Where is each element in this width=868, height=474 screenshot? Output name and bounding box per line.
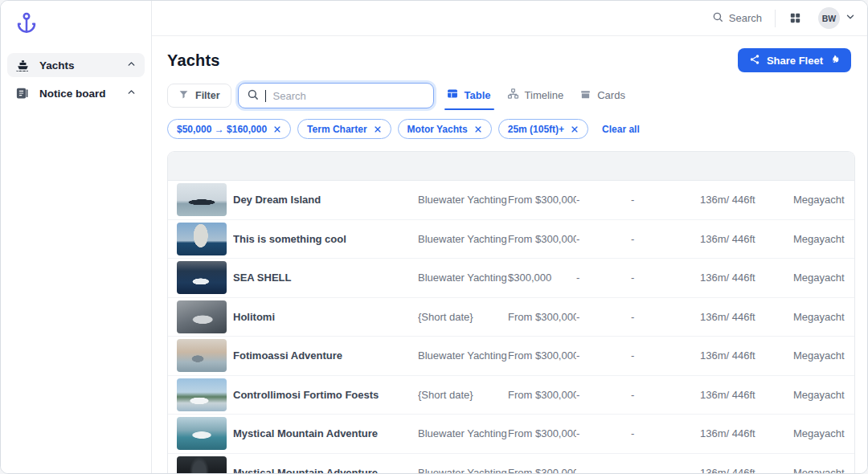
yacht-length: 136m/ 446ft	[698, 389, 793, 401]
funnel-icon	[178, 89, 189, 102]
yacht-charter: -	[576, 389, 631, 401]
timeline-icon	[507, 88, 519, 102]
yacht-charter: -	[576, 272, 631, 284]
yacht-company: Bluewater Yachting	[418, 467, 508, 474]
yacht-length: 136m/ 446ft	[698, 233, 793, 245]
filter-chip-label: Term Charter	[307, 124, 366, 135]
yacht-type: Megayacht	[793, 233, 854, 245]
yacht-extra: -	[631, 194, 698, 206]
table-row[interactable]: This is something coolBluewater Yachting…	[168, 220, 854, 259]
view-tab-table[interactable]: Table	[446, 88, 491, 104]
yacht-type: Megayacht	[793, 349, 854, 362]
filter-chip[interactable]: Term Charter	[297, 119, 391, 139]
chevron-up-icon[interactable]	[126, 86, 137, 100]
yacht-name: SEA SHELL	[233, 272, 418, 284]
yacht-charter: -	[576, 427, 631, 439]
search-placeholder: Search	[273, 90, 306, 102]
yacht-price: From $300,000	[508, 389, 576, 401]
table-row[interactable]: SEA SHELLBluewater Yachting$300,000--136…	[168, 259, 854, 298]
view-tab-label: Table	[465, 89, 491, 101]
yacht-table-body: Dey Dream IslandBluewater YachtingFrom $…	[168, 181, 854, 474]
yacht-charter: -	[576, 467, 631, 474]
topbar-divider	[775, 10, 776, 27]
yacht-price: From $300,000	[508, 194, 576, 206]
filter-chip-label: $50,000 → $160,000	[177, 124, 267, 135]
remove-chip-icon[interactable]	[374, 125, 382, 133]
filter-chip[interactable]: Motor Yachts	[398, 119, 492, 139]
filter-chip[interactable]: 25m (105ft)+	[498, 119, 588, 139]
sidebar-item-notice-board[interactable]: Notice board	[7, 81, 145, 105]
sidebar-item-label: Notice board	[39, 88, 126, 100]
ship-icon	[15, 58, 31, 73]
yacht-charter: -	[576, 311, 631, 323]
yacht-company: Bluewater Yachting	[418, 194, 508, 206]
remove-chip-icon[interactable]	[474, 125, 482, 133]
yacht-type: Megayacht	[793, 194, 854, 206]
chevron-up-icon[interactable]	[126, 58, 137, 72]
table-row[interactable]: Holitomi{Short date}From $300,000--136m/…	[168, 298, 854, 337]
yacht-name: Mystical Mountain Adventure	[233, 467, 418, 474]
sidebar-nav: Yachts Notice board	[1, 53, 151, 105]
sidebar: Yachts Notice board	[1, 1, 152, 473]
filter-chip[interactable]: $50,000 → $160,000	[167, 119, 291, 139]
yacht-type: Megayacht	[793, 467, 854, 474]
filter-button[interactable]: Filter	[167, 84, 231, 108]
remove-chip-icon[interactable]	[273, 125, 281, 133]
page-title: Yachts	[167, 51, 220, 70]
yacht-length: 136m/ 446ft	[698, 194, 793, 206]
yacht-length: 136m/ 446ft	[698, 427, 793, 439]
yacht-photo	[177, 261, 227, 294]
view-tab-label: Timeline	[525, 89, 564, 101]
apps-grid-icon[interactable]	[788, 11, 802, 25]
text-cursor	[265, 90, 266, 102]
yacht-price: From $300,000	[508, 467, 576, 474]
filter-chip-label: 25m (105ft)+	[508, 124, 564, 135]
filter-chip-label: Motor Yachts	[407, 124, 468, 135]
yacht-name: Mystical Mountain Adventure	[233, 427, 418, 439]
yacht-photo	[177, 378, 227, 411]
table-row[interactable]: Mystical Mountain AdventureBluewater Yac…	[168, 415, 854, 454]
yacht-extra: -	[631, 311, 698, 323]
yacht-type: Megayacht	[793, 427, 854, 439]
table-header	[168, 152, 854, 181]
share-fleet-label: Share Fleet	[767, 55, 823, 67]
yacht-charter: -	[576, 194, 631, 206]
search-icon	[247, 88, 259, 104]
yacht-name: Controllimosi Fortimo Foests	[233, 389, 418, 401]
newspaper-icon	[15, 86, 31, 101]
table-row[interactable]: Controllimosi Fortimo Foests{Short date}…	[168, 376, 854, 415]
search-input[interactable]: Search	[238, 83, 434, 108]
view-tab-cards[interactable]: Cards	[579, 88, 625, 104]
view-tab-timeline[interactable]: Timeline	[507, 88, 564, 104]
table-row[interactable]: Dey Dream IslandBluewater YachtingFrom $…	[168, 181, 854, 220]
yacht-name: Fotimoassi Adventure	[233, 349, 418, 362]
chevron-down-icon[interactable]	[845, 11, 856, 26]
yacht-company: Bluewater Yachting	[418, 272, 508, 284]
remove-chip-icon[interactable]	[571, 125, 579, 133]
yacht-name: Dey Dream Island	[233, 194, 418, 206]
cards-icon	[579, 88, 592, 102]
share-fleet-button[interactable]: Share Fleet	[738, 48, 851, 72]
app-logo[interactable]	[1, 1, 151, 39]
avatar-initials: BW	[822, 14, 837, 23]
yacht-table: Dey Dream IslandBluewater YachtingFrom $…	[167, 151, 855, 474]
app-window: Yachts Notice board	[0, 0, 868, 474]
share-icon	[749, 54, 760, 67]
table-row[interactable]: Mystical Mountain AdventureBluewater Yac…	[168, 454, 854, 474]
global-search-button[interactable]: Search	[712, 11, 762, 25]
yacht-extra: -	[631, 272, 698, 284]
top-bar: Search BW	[152, 1, 867, 36]
yacht-length: 136m/ 446ft	[698, 272, 793, 284]
yacht-photo	[177, 456, 227, 474]
yacht-company: Bluewater Yachting	[418, 427, 508, 439]
clear-all-filters[interactable]: Clear all	[602, 124, 640, 135]
sidebar-item-yachts[interactable]: Yachts	[7, 53, 145, 77]
yacht-price: From $300,000	[508, 311, 576, 323]
yacht-length: 136m/ 446ft	[698, 467, 793, 474]
table-row[interactable]: Fotimoassi AdventureBluewater YachtingFr…	[168, 337, 854, 376]
yacht-extra: -	[631, 349, 698, 362]
avatar[interactable]: BW	[818, 7, 840, 29]
main-content: Yachts Share Fleet Filter	[152, 36, 867, 473]
yacht-length: 136m/ 446ft	[698, 311, 793, 323]
yacht-company: Bluewater Yachting	[418, 349, 508, 362]
